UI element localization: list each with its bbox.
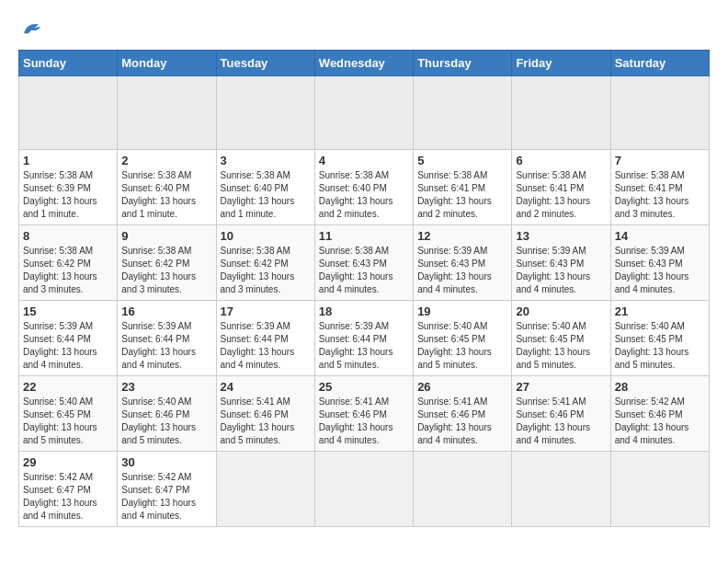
day-number: 29 — [23, 455, 113, 469]
calendar-cell: 20Sunrise: 5:40 AMSunset: 6:45 PMDayligh… — [512, 301, 610, 376]
calendar-cell — [19, 76, 118, 150]
calendar-cell: 15Sunrise: 5:39 AMSunset: 6:44 PMDayligh… — [19, 301, 118, 376]
calendar-cell: 30Sunrise: 5:42 AMSunset: 6:47 PMDayligh… — [118, 452, 216, 527]
day-number: 13 — [516, 229, 606, 243]
calendar-cell — [512, 76, 610, 150]
cell-info: Sunrise: 5:42 AMSunset: 6:46 PMDaylight:… — [615, 396, 705, 447]
day-number: 18 — [319, 304, 409, 318]
cell-info: Sunrise: 5:39 AMSunset: 6:43 PMDaylight:… — [417, 245, 507, 296]
header-cell-saturday: Saturday — [610, 51, 709, 76]
header-cell-sunday: Sunday — [19, 51, 118, 76]
calendar-cell: 25Sunrise: 5:41 AMSunset: 6:46 PMDayligh… — [314, 376, 413, 452]
calendar-cell — [414, 76, 512, 150]
cell-info: Sunrise: 5:40 AMSunset: 6:45 PMDaylight:… — [516, 320, 606, 372]
calendar-cell: 3Sunrise: 5:38 AMSunset: 6:40 PMDaylight… — [216, 150, 314, 225]
cell-info: Sunrise: 5:38 AMSunset: 6:41 PMDaylight:… — [615, 169, 705, 221]
day-number: 19 — [417, 304, 507, 318]
header-cell-friday: Friday — [512, 51, 610, 76]
day-number: 11 — [319, 229, 409, 243]
calendar-cell: 13Sunrise: 5:39 AMSunset: 6:43 PMDayligh… — [512, 225, 610, 301]
calendar-cell: 4Sunrise: 5:38 AMSunset: 6:40 PMDaylight… — [314, 150, 413, 225]
calendar-cell: 21Sunrise: 5:40 AMSunset: 6:45 PMDayligh… — [610, 301, 709, 376]
cell-info: Sunrise: 5:41 AMSunset: 6:46 PMDaylight:… — [417, 396, 507, 447]
day-number: 10 — [221, 229, 311, 243]
calendar-cell: 19Sunrise: 5:40 AMSunset: 6:45 PMDayligh… — [414, 301, 512, 376]
day-number: 15 — [23, 304, 113, 318]
day-number: 22 — [23, 380, 113, 394]
header-cell-tuesday: Tuesday — [216, 51, 314, 76]
day-number: 30 — [121, 455, 211, 469]
calendar-cell — [314, 452, 413, 527]
cell-info: Sunrise: 5:40 AMSunset: 6:45 PMDaylight:… — [615, 320, 705, 372]
day-number: 1 — [23, 154, 113, 167]
calendar-cell: 12Sunrise: 5:39 AMSunset: 6:43 PMDayligh… — [414, 225, 512, 301]
calendar-cell: 28Sunrise: 5:42 AMSunset: 6:46 PMDayligh… — [610, 376, 709, 452]
cell-info: Sunrise: 5:38 AMSunset: 6:40 PMDaylight:… — [121, 169, 211, 221]
header-area — [18, 18, 710, 40]
calendar-cell: 26Sunrise: 5:41 AMSunset: 6:46 PMDayligh… — [414, 376, 512, 452]
calendar-cell: 24Sunrise: 5:41 AMSunset: 6:46 PMDayligh… — [216, 376, 314, 452]
day-number: 5 — [417, 154, 507, 167]
calendar-cell — [216, 452, 314, 527]
day-number: 16 — [121, 304, 211, 318]
calendar-cell: 22Sunrise: 5:40 AMSunset: 6:45 PMDayligh… — [19, 376, 118, 452]
calendar-cell — [118, 76, 216, 150]
calendar-cell: 14Sunrise: 5:39 AMSunset: 6:43 PMDayligh… — [610, 225, 709, 301]
calendar-cell: 16Sunrise: 5:39 AMSunset: 6:44 PMDayligh… — [118, 301, 216, 376]
cell-info: Sunrise: 5:38 AMSunset: 6:42 PMDaylight:… — [221, 245, 311, 296]
calendar-cell — [414, 452, 512, 527]
cell-info: Sunrise: 5:39 AMSunset: 6:43 PMDaylight:… — [516, 245, 606, 296]
calendar-cell: 8Sunrise: 5:38 AMSunset: 6:42 PMDaylight… — [19, 225, 118, 301]
day-number: 20 — [516, 304, 606, 318]
calendar-week-6: 29Sunrise: 5:42 AMSunset: 6:47 PMDayligh… — [19, 452, 710, 527]
cell-info: Sunrise: 5:38 AMSunset: 6:42 PMDaylight:… — [121, 245, 211, 296]
calendar-cell: 9Sunrise: 5:38 AMSunset: 6:42 PMDaylight… — [118, 225, 216, 301]
cell-info: Sunrise: 5:38 AMSunset: 6:41 PMDaylight:… — [516, 169, 606, 221]
day-number: 27 — [516, 380, 606, 394]
day-number: 28 — [615, 380, 705, 394]
cell-info: Sunrise: 5:39 AMSunset: 6:44 PMDaylight:… — [221, 320, 311, 372]
calendar-week-2: 1Sunrise: 5:38 AMSunset: 6:39 PMDaylight… — [19, 150, 710, 225]
cell-info: Sunrise: 5:38 AMSunset: 6:40 PMDaylight:… — [319, 169, 409, 221]
calendar-cell — [314, 76, 413, 150]
day-number: 25 — [319, 380, 409, 394]
calendar-cell — [216, 76, 314, 150]
cell-info: Sunrise: 5:38 AMSunset: 6:41 PMDaylight:… — [417, 169, 507, 221]
day-number: 26 — [417, 380, 507, 394]
cell-info: Sunrise: 5:42 AMSunset: 6:47 PMDaylight:… — [121, 471, 211, 523]
header-cell-wednesday: Wednesday — [314, 51, 413, 76]
calendar-week-3: 8Sunrise: 5:38 AMSunset: 6:42 PMDaylight… — [19, 225, 710, 301]
cell-info: Sunrise: 5:39 AMSunset: 6:44 PMDaylight:… — [121, 320, 211, 372]
calendar-cell: 10Sunrise: 5:38 AMSunset: 6:42 PMDayligh… — [216, 225, 314, 301]
calendar-cell: 29Sunrise: 5:42 AMSunset: 6:47 PMDayligh… — [19, 452, 118, 527]
calendar-cell: 2Sunrise: 5:38 AMSunset: 6:40 PMDaylight… — [118, 150, 216, 225]
cell-info: Sunrise: 5:38 AMSunset: 6:40 PMDaylight:… — [221, 169, 311, 221]
day-number: 6 — [516, 154, 606, 167]
calendar-cell — [610, 452, 709, 527]
calendar-cell: 7Sunrise: 5:38 AMSunset: 6:41 PMDaylight… — [610, 150, 709, 225]
calendar-cell: 27Sunrise: 5:41 AMSunset: 6:46 PMDayligh… — [512, 376, 610, 452]
logo-bird-icon — [20, 18, 42, 40]
cell-info: Sunrise: 5:41 AMSunset: 6:46 PMDaylight:… — [221, 396, 311, 447]
logo — [18, 18, 42, 40]
day-number: 24 — [221, 380, 311, 394]
cell-info: Sunrise: 5:41 AMSunset: 6:46 PMDaylight:… — [319, 396, 409, 447]
calendar-cell: 1Sunrise: 5:38 AMSunset: 6:39 PMDaylight… — [19, 150, 118, 225]
day-number: 21 — [615, 304, 705, 318]
cell-info: Sunrise: 5:41 AMSunset: 6:46 PMDaylight:… — [516, 396, 606, 447]
cell-info: Sunrise: 5:39 AMSunset: 6:44 PMDaylight:… — [23, 320, 113, 372]
calendar-cell: 23Sunrise: 5:40 AMSunset: 6:46 PMDayligh… — [118, 376, 216, 452]
cell-info: Sunrise: 5:40 AMSunset: 6:45 PMDaylight:… — [417, 320, 507, 372]
calendar-cell — [610, 76, 709, 150]
cell-info: Sunrise: 5:38 AMSunset: 6:39 PMDaylight:… — [23, 169, 113, 221]
header-cell-monday: Monday — [118, 51, 216, 76]
calendar-cell: 6Sunrise: 5:38 AMSunset: 6:41 PMDaylight… — [512, 150, 610, 225]
day-number: 17 — [221, 304, 311, 318]
cell-info: Sunrise: 5:42 AMSunset: 6:47 PMDaylight:… — [23, 471, 113, 523]
day-number: 14 — [615, 229, 705, 243]
cell-info: Sunrise: 5:40 AMSunset: 6:45 PMDaylight:… — [23, 396, 113, 447]
cell-info: Sunrise: 5:39 AMSunset: 6:43 PMDaylight:… — [615, 245, 705, 296]
header-cell-thursday: Thursday — [414, 51, 512, 76]
day-number: 8 — [23, 229, 113, 243]
calendar-week-1 — [19, 76, 710, 150]
